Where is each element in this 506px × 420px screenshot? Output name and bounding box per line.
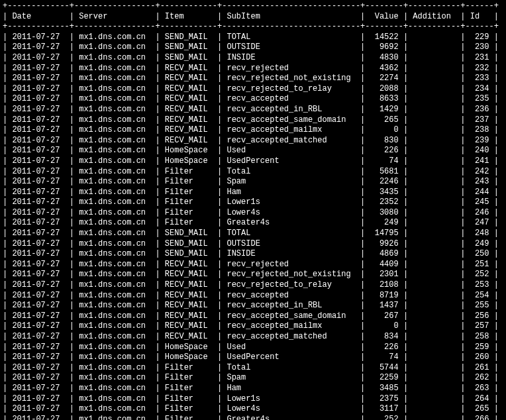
table-row: | 2011-07-27 | mx1.dns.com.cn | Filter |…	[3, 177, 503, 187]
table-row: | 2011-07-27 | mx1.dns.com.cn | SEND_MAI…	[3, 32, 503, 43]
table-row: | 2011-07-27 | mx1.dns.com.cn | RECV_MAI…	[3, 321, 503, 332]
table-row: | 2011-07-27 | mx1.dns.com.cn | SEND_MAI…	[3, 53, 503, 64]
table-row: | 2011-07-27 | mx1.dns.com.cn | RECV_MAI…	[3, 311, 503, 322]
table-row: | 2011-07-27 | mx1.dns.com.cn | RECV_MAI…	[3, 301, 503, 311]
table-row: | 2011-07-27 | mx1.dns.com.cn | SEND_MAI…	[3, 239, 503, 250]
table-row: | 2011-07-27 | mx1.dns.com.cn | RECV_MAI…	[3, 94, 503, 105]
table-row: | 2011-07-27 | mx1.dns.com.cn | Filter |…	[3, 415, 503, 420]
table-row: | 2011-07-27 | mx1.dns.com.cn | SEND_MAI…	[3, 249, 503, 260]
table-row: | 2011-07-27 | mx1.dns.com.cn | RECV_MAI…	[3, 125, 503, 136]
table-row: | 2011-07-27 | mx1.dns.com.cn | RECV_MAI…	[3, 84, 503, 95]
table-row: | 2011-07-27 | mx1.dns.com.cn | RECV_MAI…	[3, 115, 503, 126]
table-row: | 2011-07-27 | mx1.dns.com.cn | Filter |…	[3, 218, 503, 229]
table-row: | 2011-07-27 | mx1.dns.com.cn | RECV_MAI…	[3, 260, 503, 270]
table-row: | 2011-07-27 | mx1.dns.com.cn | RECV_MAI…	[3, 291, 503, 301]
table-row: | 2011-07-27 | mx1.dns.com.cn | HomeSpac…	[3, 156, 503, 167]
table-row: | 2011-07-27 | mx1.dns.com.cn | RECV_MAI…	[3, 280, 503, 291]
table-row: | 2011-07-27 | mx1.dns.com.cn | Filter |…	[3, 404, 503, 415]
table-row: | 2011-07-27 | mx1.dns.com.cn | HomeSpac…	[3, 342, 503, 353]
table-row: | 2011-07-27 | mx1.dns.com.cn | Filter |…	[3, 394, 503, 405]
table-row: | 2011-07-27 | mx1.dns.com.cn | SEND_MAI…	[3, 229, 503, 239]
table-header: | Date | Server | Item | SubItem | Value…	[3, 12, 503, 23]
table-row: | 2011-07-27 | mx1.dns.com.cn | RECV_MAI…	[3, 74, 503, 84]
table-row: | 2011-07-27 | mx1.dns.com.cn | Filter |…	[3, 373, 503, 384]
table-sep-header: +-------------+-----------------+-------…	[3, 22, 503, 32]
table-row: | 2011-07-27 | mx1.dns.com.cn | Filter |…	[3, 197, 503, 208]
table-row: | 2011-07-27 | mx1.dns.com.cn | Filter |…	[3, 208, 503, 219]
table-row: | 2011-07-27 | mx1.dns.com.cn | HomeSpac…	[3, 146, 503, 156]
terminal-output: +-------------+-----------------+-------…	[0, 0, 506, 420]
table-row: | 2011-07-27 | mx1.dns.com.cn | Filter |…	[3, 187, 503, 198]
table-row: | 2011-07-27 | mx1.dns.com.cn | RECV_MAI…	[3, 105, 503, 115]
table-row: | 2011-07-27 | mx1.dns.com.cn | Filter |…	[3, 167, 503, 178]
table-row: | 2011-07-27 | mx1.dns.com.cn | Filter |…	[3, 363, 503, 374]
table-row: | 2011-07-27 | mx1.dns.com.cn | RECV_MAI…	[3, 270, 503, 280]
table-row: | 2011-07-27 | mx1.dns.com.cn | HomeSpac…	[3, 352, 503, 363]
table-row: | 2011-07-27 | mx1.dns.com.cn | RECV_MAI…	[3, 332, 503, 342]
table-sep-top: +-------------+-----------------+-------…	[3, 1, 503, 12]
table-row: | 2011-07-27 | mx1.dns.com.cn | RECV_MAI…	[3, 136, 503, 146]
table-row: | 2011-07-27 | mx1.dns.com.cn | SEND_MAI…	[3, 42, 503, 53]
table-row: | 2011-07-27 | mx1.dns.com.cn | Filter |…	[3, 384, 503, 394]
table-row: | 2011-07-27 | mx1.dns.com.cn | RECV_MAI…	[3, 64, 503, 74]
